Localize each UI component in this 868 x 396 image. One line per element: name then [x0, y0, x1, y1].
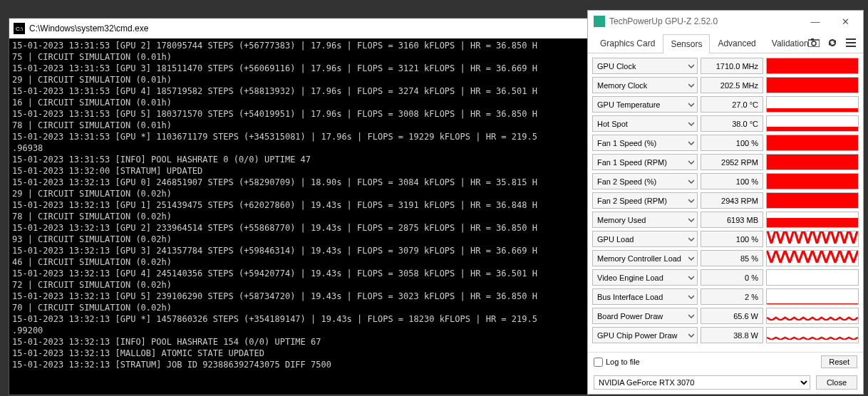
cmd-output: 15-01-2023 13:31:53 [GPU 2] 178095744 ST… [9, 38, 589, 372]
sensor-name-dropdown[interactable]: GPU Clock [592, 58, 698, 74]
sensor-name-dropdown[interactable]: Memory Controller Load [592, 250, 698, 266]
sensor-value: 100 % [701, 231, 763, 247]
sensor-name-dropdown[interactable]: Fan 2 Speed (RPM) [592, 192, 698, 209]
tab-sensors[interactable]: Sensors [663, 34, 710, 53]
gpuz-title-text: TechPowerUp GPU-Z 2.52.0 [609, 16, 718, 26]
sensor-row: Fan 1 Speed (RPM)2952 RPM [592, 152, 859, 172]
sensor-row: GPU Chip Power Draw38.8 W [592, 325, 859, 345]
sensor-row: GPU Temperature27.0 °C [592, 95, 859, 114]
gpuz-app-icon [594, 16, 605, 27]
log-label: Log to file [606, 358, 640, 366]
gpuz-footer-device: NVIDIA GeForce RTX 3070 Close [588, 371, 863, 394]
sensor-name-dropdown[interactable]: Fan 1 Speed (RPM) [592, 154, 698, 170]
sensor-row: Fan 2 Speed (%)100 % [592, 172, 859, 191]
sensor-value: 38.8 W [701, 327, 763, 343]
tab-graphics-card[interactable]: Graphics Card [592, 33, 663, 53]
device-select[interactable]: NVIDIA GeForce RTX 3070 [594, 375, 810, 390]
sensor-chart [766, 96, 859, 113]
sensor-name-dropdown[interactable]: GPU Temperature [592, 96, 698, 113]
sensor-row: Board Power Draw65.6 W [592, 306, 859, 325]
sensor-value: 202.5 MHz [701, 77, 763, 93]
sensor-name-dropdown[interactable]: Video Engine Load [592, 269, 698, 286]
cmd-window: C:\ C:\Windows\system32\cmd.exe 15-01-20… [9, 18, 589, 395]
gpuz-footer-log: Log to file Reset [588, 352, 863, 371]
close-app-button[interactable]: Close [816, 375, 857, 390]
sensor-value: 85 % [701, 250, 763, 266]
sensor-name-dropdown[interactable]: Fan 2 Speed (%) [592, 173, 698, 189]
cmd-titlebar[interactable]: C:\ C:\Windows\system32\cmd.exe [9, 19, 589, 38]
sensor-name-dropdown[interactable]: Bus Interface Load [592, 288, 698, 305]
svg-rect-5 [846, 46, 856, 47]
sensor-row: GPU Clock1710.0 MHz [592, 56, 859, 75]
reset-button[interactable]: Reset [821, 355, 857, 368]
camera-icon[interactable] [807, 36, 820, 49]
sensor-value: 65.6 W [701, 308, 763, 324]
svg-rect-2 [811, 38, 814, 41]
sensor-chart [766, 58, 859, 74]
sensor-name-dropdown[interactable]: GPU Chip Power Draw [592, 327, 698, 343]
sensor-chart [766, 154, 859, 170]
sensor-name-dropdown[interactable]: Memory Used [592, 212, 698, 228]
sensor-chart [766, 77, 859, 93]
sensor-chart [766, 327, 859, 343]
sensor-chart [766, 269, 859, 286]
sensor-name-dropdown[interactable]: Hot Spot [592, 115, 698, 132]
sensor-chart [766, 308, 859, 324]
sensor-value: 2952 RPM [701, 154, 763, 170]
sensor-value: 2 % [701, 288, 763, 305]
sensor-name-dropdown[interactable]: GPU Load [592, 231, 698, 247]
sensor-chart [766, 288, 859, 305]
sensor-value: 0 % [701, 269, 763, 286]
svg-rect-3 [846, 38, 856, 40]
sensor-name-dropdown[interactable]: Fan 1 Speed (%) [592, 135, 698, 151]
sensor-chart [766, 115, 859, 132]
sensor-name-dropdown[interactable]: Memory Clock [592, 77, 698, 93]
sensor-row: Memory Clock202.5 MHz [592, 75, 859, 95]
menu-icon[interactable] [844, 36, 857, 49]
sensor-chart [766, 231, 859, 247]
refresh-icon[interactable] [826, 36, 839, 49]
sensor-name-dropdown[interactable]: Board Power Draw [592, 308, 698, 324]
log-to-file-checkbox[interactable]: Log to file [594, 358, 640, 367]
sensor-chart [766, 192, 859, 209]
svg-point-1 [812, 41, 816, 46]
sensor-chart [766, 250, 859, 266]
cmd-title-text: C:\Windows\system32\cmd.exe [29, 24, 148, 33]
sensor-chart [766, 173, 859, 189]
sensor-value: 100 % [701, 135, 763, 151]
minimize-button[interactable]: — [800, 11, 830, 31]
sensor-row: Video Engine Load0 % [592, 268, 859, 287]
sensor-value: 38.0 °C [701, 115, 763, 132]
svg-rect-4 [846, 42, 856, 43]
sensor-chart [766, 135, 859, 151]
sensor-row: Memory Used6193 MB [592, 210, 859, 229]
sensor-row: Fan 2 Speed (RPM)2943 RPM [592, 191, 859, 210]
sensor-row: GPU Load100 % [592, 229, 859, 249]
sensor-value: 27.0 °C [701, 96, 763, 113]
sensor-chart [766, 212, 859, 228]
close-button[interactable]: ✕ [830, 11, 860, 31]
sensor-row: Bus Interface Load2 % [592, 287, 859, 306]
sensor-row: Hot Spot38.0 °C [592, 114, 859, 133]
sensor-row: Fan 1 Speed (%)100 % [592, 133, 859, 152]
sensor-value: 100 % [701, 173, 763, 189]
gpuz-window: TechPowerUp GPU-Z 2.52.0 — ✕ Graphics Ca… [587, 10, 864, 395]
sensor-value: 6193 MB [701, 212, 763, 228]
gpuz-titlebar[interactable]: TechPowerUp GPU-Z 2.52.0 — ✕ [588, 11, 863, 32]
sensor-value: 1710.0 MHz [701, 58, 763, 74]
cmd-icon: C:\ [14, 23, 25, 34]
tab-advanced[interactable]: Advanced [710, 33, 763, 53]
sensors-panel: GPU Clock1710.0 MHzMemory Clock202.5 MHz… [588, 53, 863, 352]
log-checkbox-input[interactable] [594, 358, 603, 367]
sensor-row: Memory Controller Load85 % [592, 249, 859, 268]
sensor-value: 2943 RPM [701, 192, 763, 209]
